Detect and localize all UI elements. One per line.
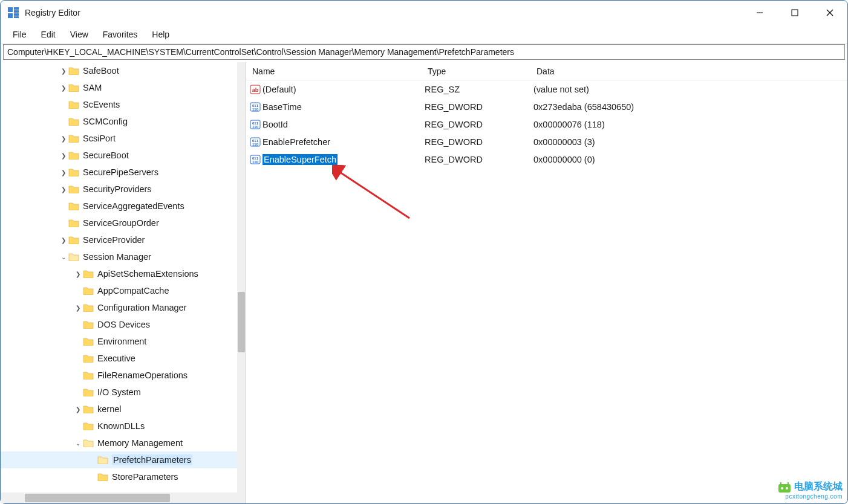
- tree-item[interactable]: ❯ServiceGroupOrder: [1, 215, 237, 231]
- svg-rect-25: [778, 484, 791, 493]
- folder-icon: [68, 134, 79, 143]
- watermark: 电脑系统城 pcxitongcheng.com: [776, 480, 843, 500]
- tree-pane[interactable]: ❯SafeBoot❯SAM❯ScEvents❯SCMConfig❯ScsiPor…: [1, 62, 246, 503]
- chevron-icon[interactable]: ⌄: [73, 440, 83, 447]
- tree-item[interactable]: ❯SecurePipeServers: [1, 164, 237, 181]
- tree-item[interactable]: ❯SecureBoot: [1, 147, 237, 164]
- tree-item[interactable]: ⌄Session Manager: [1, 248, 237, 265]
- chevron-icon[interactable]: ❯: [59, 186, 68, 193]
- tree-item-label: SafeBoot: [83, 66, 119, 76]
- tree-item-label: kernel: [97, 404, 122, 414]
- menu-file[interactable]: File: [5, 27, 34, 42]
- tree-item[interactable]: ❯PrefetchParameters: [1, 451, 237, 468]
- close-button[interactable]: [812, 1, 847, 25]
- chevron-icon[interactable]: ❯: [59, 135, 68, 142]
- dword-value-icon: 011110: [250, 154, 261, 165]
- tree-item-label: Session Manager: [83, 252, 151, 262]
- tree-item-label: I/O System: [97, 387, 141, 397]
- folder-icon: [83, 422, 94, 430]
- tree-item[interactable]: ⌄Memory Management: [1, 435, 237, 451]
- chevron-icon[interactable]: ❯: [59, 237, 68, 244]
- folder-icon: [68, 151, 79, 160]
- column-header-data[interactable]: Data: [534, 66, 847, 76]
- tree-item[interactable]: ❯SafeBoot: [1, 62, 237, 79]
- column-header-name[interactable]: Name: [250, 66, 425, 76]
- menu-help[interactable]: Help: [145, 27, 177, 42]
- scrollbar-thumb[interactable]: [25, 494, 170, 502]
- svg-rect-7: [792, 10, 798, 16]
- tree-item[interactable]: ❯ServiceAggregatedEvents: [1, 198, 237, 215]
- chevron-icon[interactable]: ❯: [59, 169, 68, 176]
- value-row[interactable]: 011110EnablePrefetcherREG_DWORD0x0000000…: [246, 133, 847, 150]
- value-data: 0x00000000 (0): [533, 155, 847, 164]
- svg-text:ab: ab: [252, 87, 259, 93]
- tree-item[interactable]: ❯SAM: [1, 79, 237, 96]
- tree-item[interactable]: ❯Configuration Manager: [1, 299, 237, 316]
- menu-edit[interactable]: Edit: [34, 27, 63, 42]
- value-row[interactable]: ab(Default)REG_SZ(value not set): [246, 80, 847, 98]
- value-type: REG_SZ: [425, 85, 533, 94]
- value-pane[interactable]: Name Type Data ab(Default)REG_SZ(value n…: [246, 62, 847, 503]
- chevron-icon[interactable]: ❯: [59, 68, 68, 74]
- chevron-icon[interactable]: ⌄: [59, 254, 68, 260]
- tree-item[interactable]: ❯SCMConfig: [1, 113, 237, 130]
- svg-text:110: 110: [252, 108, 259, 111]
- tree-item-label: Memory Management: [97, 438, 183, 448]
- chevron-icon[interactable]: ❯: [59, 152, 68, 159]
- titlebar[interactable]: Registry Editor: [1, 1, 847, 25]
- window-title: Registry Editor: [25, 8, 742, 18]
- folder-icon: [83, 286, 94, 295]
- tree-item[interactable]: ❯KnownDLLs: [1, 418, 237, 435]
- tree-horizontal-scrollbar[interactable]: [1, 493, 237, 503]
- tree-item[interactable]: ❯ScsiPort: [1, 130, 237, 147]
- tree-item-label: FileRenameOperations: [97, 370, 188, 380]
- tree-item[interactable]: ❯DOS Devices: [1, 316, 237, 333]
- tree-item-label: SecurePipeServers: [83, 167, 158, 177]
- folder-icon: [83, 405, 94, 413]
- folder-icon: [83, 270, 94, 278]
- dword-value-icon: 011110: [250, 119, 261, 130]
- tree-item[interactable]: ❯ScEvents: [1, 96, 237, 113]
- minimize-button[interactable]: [742, 1, 777, 25]
- tree-item[interactable]: ❯kernel: [1, 401, 237, 418]
- tree-item[interactable]: ❯ApiSetSchemaExtensions: [1, 265, 237, 282]
- menu-view[interactable]: View: [63, 27, 96, 42]
- menu-favorites[interactable]: Favorites: [96, 27, 145, 42]
- value-row[interactable]: 011110BaseTimeREG_DWORD0x273edaba (65843…: [246, 98, 847, 115]
- tree-item-label: SecurityProviders: [83, 184, 152, 194]
- regedit-icon: [8, 7, 19, 18]
- chevron-icon[interactable]: ❯: [73, 406, 83, 413]
- chevron-icon[interactable]: ❯: [73, 271, 83, 277]
- tree-item-label: StoreParameters: [112, 472, 178, 482]
- value-data: 0x00000076 (118): [533, 120, 847, 129]
- tree-item[interactable]: ❯FileRenameOperations: [1, 367, 237, 384]
- folder-icon: [68, 117, 79, 126]
- tree-item-label: Configuration Manager: [97, 303, 187, 312]
- scrollbar-thumb[interactable]: [238, 292, 245, 352]
- folder-icon: [68, 100, 79, 109]
- tree-item[interactable]: ❯AppCompatCache: [1, 282, 237, 299]
- maximize-button[interactable]: [777, 1, 812, 25]
- tree-item[interactable]: ❯StoreParameters: [1, 468, 237, 485]
- tree-item[interactable]: ❯SecurityProviders: [1, 181, 237, 198]
- value-row[interactable]: 011110BootIdREG_DWORD0x00000076 (118): [246, 115, 847, 133]
- tree-item[interactable]: ❯Executive: [1, 350, 237, 367]
- svg-point-27: [786, 487, 788, 489]
- column-header-type[interactable]: Type: [425, 66, 534, 76]
- tree-item[interactable]: ❯ServiceProvider: [1, 231, 237, 248]
- value-row[interactable]: 011110EnableSuperFetchREG_DWORD0x0000000…: [246, 150, 847, 168]
- chevron-icon[interactable]: ❯: [73, 305, 83, 311]
- svg-rect-2: [14, 10, 19, 13]
- tree-vertical-scrollbar[interactable]: [237, 62, 246, 503]
- dword-value-icon: 011110: [250, 102, 261, 112]
- tree-item-label: Environment: [97, 337, 146, 346]
- folder-icon: [83, 303, 94, 312]
- folder-icon: [83, 439, 94, 447]
- chevron-icon[interactable]: ❯: [59, 85, 68, 91]
- tree-item[interactable]: ❯Environment: [1, 333, 237, 350]
- svg-rect-5: [14, 16, 19, 18]
- address-bar[interactable]: Computer\HKEY_LOCAL_MACHINE\SYSTEM\Curre…: [3, 44, 845, 60]
- value-header: Name Type Data: [246, 62, 847, 80]
- tree-item[interactable]: ❯I/O System: [1, 384, 237, 401]
- folder-icon: [83, 320, 94, 329]
